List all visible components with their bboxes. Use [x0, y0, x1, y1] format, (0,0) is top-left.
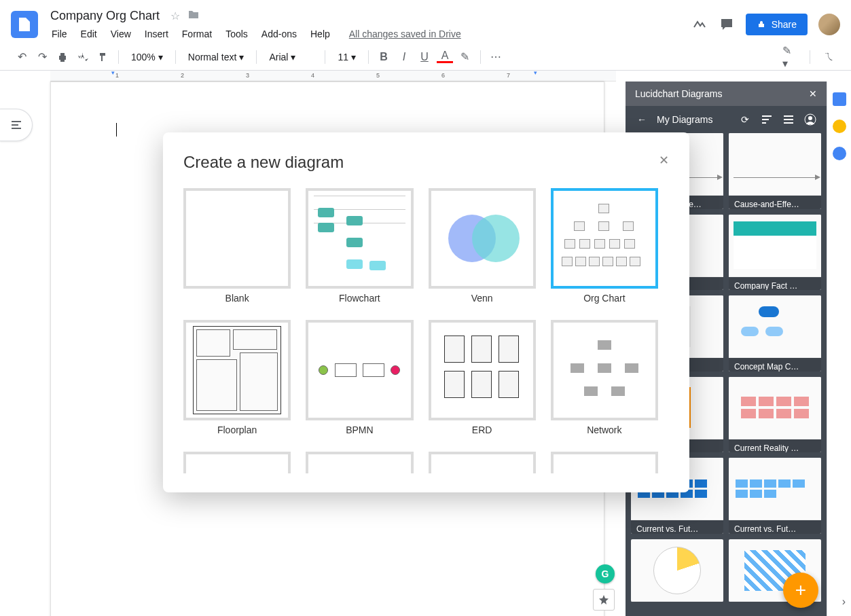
undo-icon[interactable]: ↶ — [14, 49, 30, 65]
menu-view[interactable]: View — [105, 26, 137, 42]
redo-icon[interactable]: ↷ — [34, 49, 50, 65]
template-card-10[interactable] — [429, 452, 536, 473]
keep-app-icon[interactable] — [833, 120, 846, 133]
document-title[interactable]: Company Org Chart — [46, 7, 164, 24]
menu-bar: File Edit View Insert Format Tools Add-o… — [46, 26, 691, 42]
template-bpmn[interactable]: BPMN — [306, 320, 413, 435]
diagram-card-9[interactable]: Current vs. Fut… — [729, 458, 821, 534]
tasks-app-icon[interactable] — [833, 147, 846, 160]
star-icon[interactable]: ☆ — [170, 10, 180, 22]
diagram-card-10[interactable] — [631, 539, 723, 602]
diagram-card-7[interactable]: Current Reality … — [729, 377, 821, 453]
menu-format[interactable]: Format — [177, 26, 217, 42]
template-label: Org Chart — [551, 293, 658, 304]
template-card-11[interactable] — [551, 452, 658, 473]
docs-home-icon[interactable] — [11, 11, 38, 38]
explore-button[interactable] — [593, 589, 615, 611]
template-card-8[interactable] — [183, 452, 291, 473]
template-org-chart[interactable]: Org Chart — [551, 188, 658, 304]
diagram-label: Cause-and-Effe… — [729, 196, 821, 209]
outline-toggle-button[interactable] — [0, 109, 33, 141]
template-scroll[interactable]: BlankFlowchartVennOrg ChartFloorplanBPMN… — [183, 188, 669, 473]
grammarly-icon[interactable]: G — [596, 564, 615, 583]
template-venn[interactable]: Venn — [429, 188, 536, 304]
underline-icon[interactable]: U — [416, 49, 433, 65]
template-label: Floorplan — [183, 424, 291, 435]
highlight-icon[interactable]: ✎ — [457, 49, 473, 65]
refresh-icon[interactable]: ⟳ — [738, 113, 752, 126]
save-status[interactable]: All changes saved in Drive — [349, 29, 461, 39]
fontsize-dropdown[interactable]: 11 ▾ — [332, 49, 361, 65]
svg-point-1 — [808, 116, 812, 120]
template-erd[interactable]: ERD — [429, 320, 536, 435]
activity-icon[interactable] — [691, 16, 708, 33]
diagram-card-5[interactable]: Concept Map C… — [729, 295, 821, 372]
menu-tools[interactable]: Tools — [220, 26, 253, 42]
close-icon[interactable]: ✕ — [809, 88, 817, 99]
calendar-app-icon[interactable] — [833, 92, 846, 106]
list-icon[interactable] — [782, 113, 795, 126]
template-label: Blank — [183, 293, 291, 304]
template-label: Flowchart — [306, 293, 413, 304]
diagram-label: Current Reality … — [729, 439, 821, 453]
menu-help[interactable]: Help — [305, 26, 336, 42]
user-icon[interactable] — [803, 113, 817, 126]
template-blank[interactable]: Blank — [183, 188, 291, 304]
diagram-label: Current vs. Fut… — [729, 520, 821, 534]
bold-icon[interactable]: B — [376, 49, 392, 65]
print-icon[interactable] — [54, 49, 71, 65]
share-label: Share — [772, 19, 797, 30]
font-dropdown[interactable]: Arial ▾ — [264, 49, 318, 65]
text-color-icon[interactable]: A — [437, 51, 453, 63]
modal-title: Create a new diagram — [183, 153, 669, 172]
new-diagram-fab[interactable]: + — [783, 573, 818, 608]
menu-file[interactable]: File — [46, 26, 73, 42]
template-label: Network — [551, 424, 658, 435]
side-panel — [827, 81, 851, 616]
diagram-label: Concept Map C… — [729, 358, 821, 372]
comments-icon[interactable] — [719, 16, 735, 33]
template-floorplan[interactable]: Floorplan — [183, 320, 291, 435]
template-label: ERD — [429, 424, 536, 435]
template-network[interactable]: Network — [551, 320, 658, 435]
ruler[interactable]: ▾ 1 2 3 4 5 6 7 ▾ — [50, 71, 616, 81]
menu-addons[interactable]: Add-ons — [256, 26, 302, 42]
zoom-dropdown[interactable]: 100% ▾ — [126, 49, 168, 65]
sort-icon[interactable] — [760, 113, 774, 126]
diagram-card-3[interactable]: Company Fact … — [729, 215, 821, 291]
create-diagram-modal: Create a new diagram ✕ BlankFlowchartVen… — [163, 132, 689, 492]
hide-menus-icon[interactable]: ㄟ — [821, 49, 837, 65]
editing-mode-icon[interactable]: ✎ ▾ — [782, 49, 799, 65]
style-dropdown[interactable]: Normal text ▾ — [183, 49, 250, 65]
more-icon[interactable]: ⋯ — [488, 49, 504, 65]
app-header: Company Org Chart ☆ File Edit View Inser… — [0, 0, 851, 43]
modal-close-icon[interactable]: ✕ — [659, 153, 669, 168]
diagram-label: Company Fact … — [729, 277, 821, 291]
text-cursor — [116, 123, 117, 137]
expand-arrow-icon[interactable]: › — [842, 596, 846, 608]
template-flowchart[interactable]: Flowchart — [306, 188, 413, 304]
user-avatar[interactable] — [818, 14, 840, 35]
back-icon[interactable]: ← — [635, 113, 649, 126]
folder-icon[interactable] — [188, 10, 199, 22]
menu-insert[interactable]: Insert — [139, 26, 174, 42]
template-label: Venn — [429, 293, 536, 304]
template-label: BPMN — [306, 424, 413, 435]
lucid-subtitle: My Diagrams — [657, 114, 712, 125]
diagram-card-1[interactable]: Cause-and-Effe… — [729, 133, 821, 209]
format-toolbar: ↶ ↷ 100% ▾ Normal text ▾ Arial ▾ 11 ▾ B … — [0, 43, 851, 71]
share-button[interactable]: Share — [746, 14, 808, 35]
spellcheck-icon[interactable] — [75, 49, 91, 65]
paint-format-icon[interactable] — [95, 49, 111, 65]
diagram-label: Current vs. Fut… — [631, 520, 723, 534]
template-card-9[interactable] — [306, 452, 413, 473]
lucid-title: Lucidchart Diagrams — [635, 88, 722, 99]
italic-icon[interactable]: I — [396, 49, 412, 65]
menu-edit[interactable]: Edit — [75, 26, 103, 42]
